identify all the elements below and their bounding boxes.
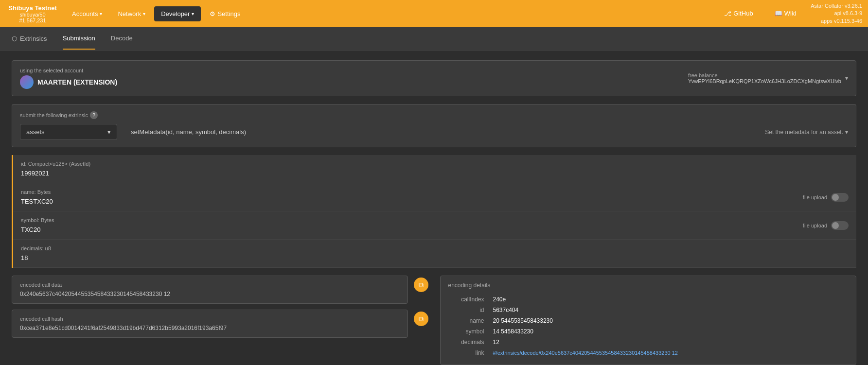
network-nav-button[interactable]: Network ▾ bbox=[111, 6, 152, 21]
call-display: setMetadata(id, name, symbol, decimals) bbox=[125, 124, 757, 139]
param-name-block: name: Bytes TESTXC20 file upload bbox=[13, 183, 856, 211]
github-icon: ⎇ bbox=[724, 10, 731, 17]
encoding-details-title: encoding details bbox=[448, 282, 849, 289]
tab-submission[interactable]: Submission bbox=[63, 28, 95, 50]
encoded-call-data-row: encoded call data 0x240e5637c40420544553… bbox=[12, 276, 428, 310]
param-decimals-label: decimals: u8 bbox=[21, 245, 849, 251]
param-symbol-row: symbol: Bytes TXC20 file upload bbox=[21, 217, 849, 233]
encoding-link[interactable]: #/extrinsics/decode/0x240e5637c404205445… bbox=[493, 350, 678, 356]
developer-chevron-icon: ▾ bbox=[192, 11, 194, 17]
name-label: name bbox=[449, 316, 488, 326]
avatar bbox=[20, 75, 34, 89]
account-shard: shibuya/50 bbox=[19, 12, 45, 17]
extrinsic-section: submit the following extrinsic ? assets … bbox=[12, 104, 856, 147]
file-upload-symbol-label: file upload bbox=[803, 223, 827, 228]
id-label: id bbox=[449, 305, 488, 315]
account-name-row: MAARTEN (EXTENSION) bbox=[20, 75, 117, 89]
top-navigation: Shibuya Testnet shibuya/50 #1,567,231 Ac… bbox=[0, 0, 868, 27]
developer-nav-button[interactable]: Developer ▾ bbox=[154, 6, 201, 21]
decimals-value: 12 bbox=[489, 337, 848, 347]
decimals-label: decimals bbox=[449, 337, 488, 347]
callindex-value: 240e bbox=[489, 295, 848, 304]
account-balance-right: free balance YvwEPYi6BRqpLeKQRQP1XZoWc6J… bbox=[688, 72, 848, 84]
help-icon[interactable]: ? bbox=[90, 111, 98, 119]
wiki-icon: 📖 bbox=[775, 10, 782, 17]
encoded-call-hash-title: encoded call hash bbox=[20, 316, 400, 322]
param-symbol-block: symbol: Bytes TXC20 file upload bbox=[13, 211, 856, 240]
tab-decode[interactable]: Decode bbox=[111, 28, 133, 50]
copy-hash-icon: ⧉ bbox=[419, 315, 424, 323]
account-using-label: using the selected account bbox=[20, 68, 117, 73]
encoding-details-block: encoding details callIndex 240e id 5637c… bbox=[440, 276, 857, 365]
copy-call-data-button[interactable]: ⧉ bbox=[414, 278, 428, 292]
param-decimals-block: decimals: u8 18 bbox=[13, 240, 856, 268]
extrinsics-icon: ⬡ bbox=[12, 35, 17, 42]
module-select[interactable]: assets ▾ bbox=[20, 124, 117, 140]
account-dropdown-icon[interactable]: ▾ bbox=[845, 75, 848, 82]
block-number: #1,567,231 bbox=[19, 17, 46, 23]
account-info-left: using the selected account MAARTEN (EXTE… bbox=[20, 68, 117, 89]
extrinsic-submit-label: submit the following extrinsic ? bbox=[20, 111, 848, 119]
extrinsic-row: assets ▾ setMetadata(id, name, symbol, d… bbox=[20, 124, 848, 140]
param-id-label: id: Compact<u128> (AssetId) bbox=[21, 161, 849, 167]
file-upload-symbol-row: file upload bbox=[803, 221, 849, 230]
encoding-row-decimals: decimals 12 bbox=[449, 337, 848, 347]
main-content: using the selected account MAARTEN (EXTE… bbox=[0, 51, 868, 365]
encoding-row-link: link #/extrinsics/decode/0x240e5637c4042… bbox=[449, 348, 848, 358]
link-label: link bbox=[449, 348, 488, 358]
accounts-chevron-icon: ▾ bbox=[100, 11, 102, 17]
callindex-label: callIndex bbox=[449, 295, 488, 304]
network-brand: Shibuya Testnet shibuya/50 #1,567,231 bbox=[6, 4, 59, 23]
wiki-link[interactable]: 📖 Wiki bbox=[768, 6, 803, 21]
encoded-section: encoded call data 0x240e5637c40420544553… bbox=[12, 276, 856, 365]
copy-icon: ⧉ bbox=[419, 281, 424, 289]
file-upload-name-row: file upload bbox=[803, 193, 849, 202]
set-metadata-label: Set the metadata for an asset. ▾ bbox=[765, 129, 848, 136]
encoding-table: callIndex 240e id 5637c404 name 20 54455… bbox=[448, 294, 849, 359]
module-chevron-icon: ▾ bbox=[107, 128, 111, 136]
symbol-label: symbol bbox=[449, 327, 488, 336]
symbol-value: 14 5458433230 bbox=[489, 327, 848, 336]
encoded-call-data-title: encoded call data bbox=[20, 282, 400, 288]
encoding-row-callindex: callIndex 240e bbox=[449, 295, 848, 304]
param-symbol-label: symbol: Bytes bbox=[21, 217, 54, 223]
encoded-call-hash-block: encoded call hash 0xcea371e8e51cd0014241… bbox=[12, 310, 408, 338]
param-name-label: name: Bytes bbox=[21, 189, 53, 195]
encoded-call-data-value: 0x240e5637c40420544553545843323014545843… bbox=[20, 291, 400, 297]
settings-icon: ⚙ bbox=[210, 10, 215, 17]
secondary-navigation: ⬡ Extrinsics Submission Decode bbox=[0, 27, 868, 51]
param-symbol-value[interactable]: TXC20 bbox=[21, 226, 54, 233]
file-upload-name-toggle[interactable] bbox=[831, 193, 849, 202]
encoding-row-name: name 20 5445535458433230 bbox=[449, 316, 848, 326]
account-name-text: MAARTEN (EXTENSION) bbox=[37, 78, 117, 86]
encoded-call-hash-row: encoded call hash 0xcea371e8e51cd0014241… bbox=[12, 310, 428, 344]
param-decimals-value[interactable]: 18 bbox=[21, 254, 849, 261]
settings-nav-button[interactable]: ⚙ Settings bbox=[203, 6, 247, 21]
encoding-details-section: encoding details callIndex 240e id 5637c… bbox=[440, 276, 857, 365]
name-value: 20 5445535458433230 bbox=[489, 316, 848, 326]
param-id-block: id: Compact<u128> (AssetId) 19992021 bbox=[13, 155, 856, 183]
param-name-row: name: Bytes TESTXC20 file upload bbox=[21, 189, 849, 205]
encoded-call-data-block: encoded call data 0x240e5637c40420544553… bbox=[12, 276, 408, 304]
encoded-call-hash-value: 0xcea371e8e51cd0014241f6af2549833d19bd47… bbox=[20, 325, 400, 331]
account-section: using the selected account MAARTEN (EXTE… bbox=[12, 60, 856, 96]
github-link[interactable]: ⎇ GitHub bbox=[717, 6, 760, 21]
copy-call-hash-button[interactable]: ⧉ bbox=[414, 312, 428, 326]
id-value: 5637c404 bbox=[489, 305, 848, 315]
extrinsics-nav-group: ⬡ Extrinsics bbox=[12, 35, 47, 42]
network-chevron-icon: ▾ bbox=[143, 11, 145, 17]
param-id-value[interactable]: 19992021 bbox=[21, 170, 849, 177]
param-name-value[interactable]: TESTXC20 bbox=[21, 198, 53, 205]
encoding-row-id: id 5637c404 bbox=[449, 305, 848, 315]
file-upload-name-label: file upload bbox=[803, 194, 827, 200]
account-address: YvwEPYi6BRqpLeKQRQP1XZoWc6JH3LoZDCXgMNgt… bbox=[688, 78, 841, 84]
set-metadata-chevron-icon: ▾ bbox=[845, 129, 848, 136]
free-balance-label: free balance YvwEPYi6BRqpLeKQRQP1XZoWc6J… bbox=[688, 72, 841, 84]
file-upload-symbol-toggle[interactable] bbox=[831, 221, 849, 230]
nav-right-links: ⎇ GitHub 📖 Wiki Astar Collator v3.26.1 a… bbox=[717, 2, 862, 25]
encoded-left: encoded call data 0x240e5637c40420544553… bbox=[12, 276, 428, 365]
accounts-nav-button[interactable]: Accounts ▾ bbox=[65, 6, 109, 21]
network-name: Shibuya Testnet bbox=[8, 4, 56, 12]
version-info: Astar Collator v3.26.1 api v8.6.3-9 apps… bbox=[811, 2, 862, 25]
encoding-row-symbol: symbol 14 5458433230 bbox=[449, 327, 848, 336]
